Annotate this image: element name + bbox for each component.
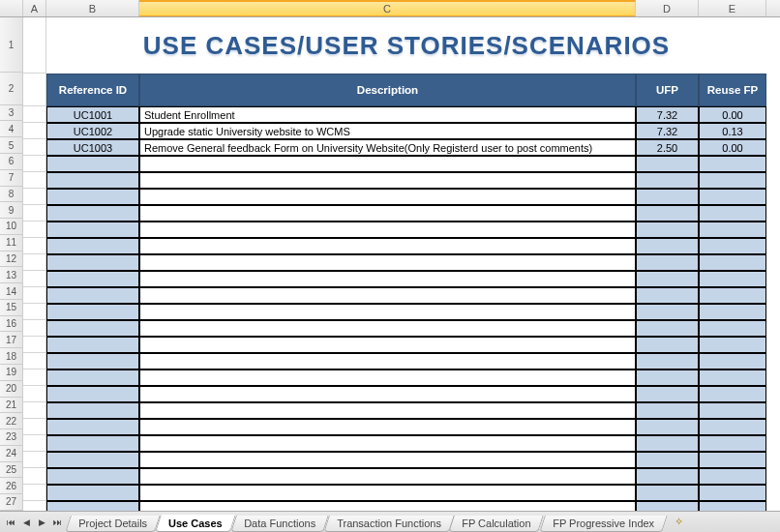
cell-reuse-fp[interactable] (699, 452, 766, 468)
cell-reuse-fp[interactable] (699, 156, 766, 172)
cell[interactable] (23, 287, 46, 304)
cell-reuse-fp[interactable] (699, 369, 766, 386)
cell[interactable] (23, 304, 46, 320)
sheet-tab[interactable]: Use Cases (155, 515, 236, 532)
row-header[interactable]: 15 (0, 300, 23, 316)
column-header-D[interactable]: D (636, 0, 699, 16)
cell-ufp[interactable] (636, 468, 699, 485)
row-header[interactable]: 25 (0, 462, 23, 479)
cell[interactable] (23, 501, 46, 511)
row-header[interactable]: 9 (0, 202, 23, 219)
cell-reference-id[interactable] (46, 205, 139, 222)
cell-reference-id[interactable] (46, 320, 139, 337)
cell-description[interactable] (139, 468, 636, 485)
cell-description[interactable]: Upgrade static University website to WCM… (139, 123, 636, 139)
cell-reference-id[interactable] (46, 353, 139, 369)
cell[interactable] (23, 74, 46, 106)
cell-ufp[interactable] (636, 452, 699, 468)
cell[interactable] (23, 353, 46, 369)
cell-description[interactable] (139, 369, 636, 386)
row-header[interactable]: 23 (0, 429, 23, 446)
cell-reuse-fp[interactable] (699, 402, 766, 419)
cell[interactable] (23, 386, 46, 402)
row-header[interactable]: 7 (0, 170, 23, 187)
cell-description[interactable] (139, 485, 636, 501)
cell-reference-id[interactable]: UC1002 (46, 123, 139, 139)
cell-description[interactable] (139, 172, 636, 189)
cell-reference-id[interactable]: UC1001 (46, 106, 139, 123)
cell-ufp[interactable] (636, 419, 699, 435)
column-header-A[interactable]: A (23, 0, 46, 16)
cell-reference-id[interactable] (46, 189, 139, 205)
cell-reference-id[interactable] (46, 419, 139, 435)
cell-description[interactable] (139, 435, 636, 452)
cell-reference-id[interactable] (46, 452, 139, 468)
row-header[interactable]: 5 (0, 137, 23, 154)
cell-reuse-fp[interactable] (699, 205, 766, 222)
row-header[interactable]: 4 (0, 121, 23, 137)
cell[interactable] (23, 106, 46, 123)
cell-description[interactable] (139, 271, 636, 287)
cell-ufp[interactable] (636, 304, 699, 320)
cell-reference-id[interactable] (46, 222, 139, 238)
cell-reuse-fp[interactable] (699, 386, 766, 402)
select-all-corner[interactable] (0, 0, 23, 16)
cell-reference-id[interactable] (46, 254, 139, 271)
cell-reference-id[interactable] (46, 172, 139, 189)
cell-ufp[interactable] (636, 287, 699, 304)
cell-reuse-fp[interactable] (699, 254, 766, 271)
cell[interactable] (23, 320, 46, 337)
cell[interactable] (23, 156, 46, 172)
cell-reuse-fp[interactable] (699, 238, 766, 254)
cell-ufp[interactable] (636, 337, 699, 353)
cell-description[interactable] (139, 353, 636, 369)
cell-reuse-fp[interactable] (699, 189, 766, 205)
cell-reuse-fp[interactable] (699, 222, 766, 238)
cell-ufp[interactable] (636, 435, 699, 452)
cell-reuse-fp[interactable] (699, 435, 766, 452)
cell-reuse-fp[interactable] (699, 468, 766, 485)
cell-ufp[interactable] (636, 271, 699, 287)
cell-description[interactable] (139, 205, 636, 222)
cell-ufp[interactable] (636, 501, 699, 511)
cell-ufp[interactable] (636, 254, 699, 271)
row-header[interactable]: 10 (0, 219, 23, 235)
column-header-E[interactable]: E (699, 0, 766, 16)
row-header[interactable]: 22 (0, 413, 23, 429)
cell-reuse-fp[interactable] (699, 485, 766, 501)
cell-reference-id[interactable] (46, 386, 139, 402)
header-reuse-fp[interactable]: Reuse FP (699, 74, 766, 106)
tab-nav-prev[interactable]: ◀ (19, 515, 33, 530)
cell-description[interactable] (139, 386, 636, 402)
cell-reuse-fp[interactable] (699, 337, 766, 353)
cell[interactable] (23, 222, 46, 238)
cell-ufp[interactable] (636, 386, 699, 402)
cell-description[interactable] (139, 452, 636, 468)
cell-description[interactable]: Student Enrollment (139, 106, 636, 123)
row-header[interactable]: 1 (0, 17, 23, 73)
cell-description[interactable] (139, 254, 636, 271)
cell[interactable] (23, 254, 46, 271)
cell-reuse-fp[interactable] (699, 320, 766, 337)
cell-reuse-fp[interactable] (699, 172, 766, 189)
sheet-tab[interactable]: FP Calculation (449, 516, 545, 532)
row-header[interactable]: 11 (0, 235, 23, 251)
cell-description[interactable] (139, 222, 636, 238)
cell-reference-id[interactable] (46, 156, 139, 172)
cell-reuse-fp[interactable] (699, 419, 766, 435)
cell-ufp[interactable] (636, 156, 699, 172)
cell-reference-id[interactable] (46, 435, 139, 452)
cell-description[interactable] (139, 304, 636, 320)
row-header[interactable]: 27 (0, 494, 23, 511)
cell[interactable] (23, 238, 46, 254)
cell-reuse-fp[interactable]: 0.13 (699, 123, 766, 139)
cell-description[interactable] (139, 337, 636, 353)
cell-ufp[interactable] (636, 172, 699, 189)
cell[interactable] (23, 271, 46, 287)
header-description[interactable]: Description (139, 74, 636, 106)
cell-description[interactable] (139, 402, 636, 419)
cell-ufp[interactable] (636, 402, 699, 419)
cell[interactable] (23, 452, 46, 468)
cell-reference-id[interactable] (46, 337, 139, 353)
row-header[interactable]: 6 (0, 154, 23, 170)
